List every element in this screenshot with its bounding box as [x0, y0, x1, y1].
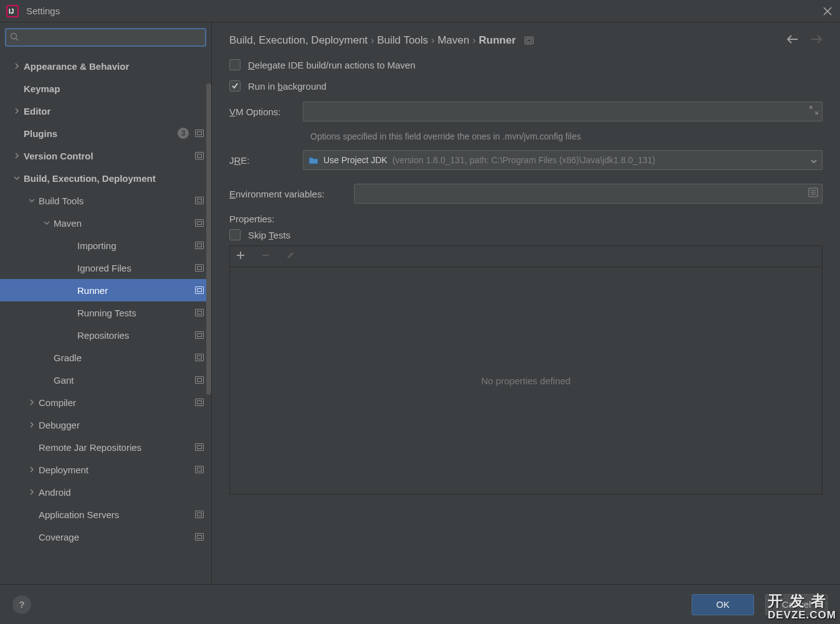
chevron-icon: [27, 399, 36, 405]
background-checkbox[interactable]: [229, 80, 241, 92]
breadcrumb-item[interactable]: Maven: [437, 34, 469, 46]
folder-icon: [308, 156, 318, 164]
scope-icon: [195, 331, 204, 339]
help-button[interactable]: ?: [12, 595, 31, 614]
properties-empty-text: No properties defined: [481, 376, 570, 386]
forward-button[interactable]: [810, 34, 823, 47]
scope-icon: [195, 197, 204, 204]
footer: ? OK Cancel: [0, 584, 840, 624]
sidebar-item-label: Compiler: [39, 397, 193, 408]
sidebar-item-compiler[interactable]: Compiler: [0, 391, 211, 414]
sidebar-item-label: Application Servers: [39, 509, 193, 520]
sidebar-item-android[interactable]: Android: [0, 481, 211, 503]
sidebar-item-label: Importing: [77, 240, 193, 251]
jre-dropdown[interactable]: Use Project JDK (version 1.8.0_131, path…: [303, 150, 823, 170]
scope-icon: [195, 130, 204, 137]
window-title: Settings: [26, 6, 60, 16]
sidebar-item-label: Runner: [77, 285, 193, 296]
sidebar-item-keymap[interactable]: Keymap: [0, 77, 211, 100]
sidebar-item-label: Keymap: [24, 83, 211, 94]
sidebar-item-label: Deployment: [39, 465, 193, 475]
scope-icon: [195, 399, 204, 406]
watermark: 开 发 者 DEVZE.COM: [768, 593, 836, 620]
plugins-count-badge: 3: [178, 128, 189, 139]
svg-text:IJ: IJ: [9, 8, 14, 15]
scope-icon: [195, 466, 204, 473]
list-icon[interactable]: [808, 187, 818, 201]
content-panel: Build, Execution, Deployment › Build Too…: [212, 22, 840, 584]
sidebar-item-maven[interactable]: Maven: [0, 212, 211, 234]
scope-icon: [195, 354, 204, 361]
sidebar-item-build-execution-deployment[interactable]: Build, Execution, Deployment: [0, 167, 211, 189]
sidebar-item-application-servers[interactable]: Application Servers: [0, 503, 211, 526]
sidebar-item-running-tests[interactable]: Running Tests: [0, 301, 211, 324]
breadcrumb-item[interactable]: Build, Execution, Deployment: [229, 34, 368, 46]
chevron-icon: [12, 153, 21, 159]
sidebar-item-runner[interactable]: Runner: [0, 279, 211, 301]
skip-tests-checkbox[interactable]: [229, 229, 241, 240]
scope-icon: [195, 511, 204, 518]
sidebar-item-deployment[interactable]: Deployment: [0, 458, 211, 481]
vm-options-label: VM Options:: [229, 106, 303, 117]
add-icon[interactable]: [236, 250, 245, 263]
sidebar-item-repositories[interactable]: Repositories: [0, 324, 211, 346]
sidebar-item-coverage[interactable]: Coverage: [0, 526, 211, 548]
sidebar-item-label: Debugger: [39, 420, 211, 430]
vm-options-input[interactable]: [303, 102, 823, 121]
ok-button[interactable]: OK: [692, 594, 754, 615]
svg-point-4: [11, 34, 17, 39]
sidebar-item-label: Ignored Files: [77, 263, 193, 273]
chevron-icon: [12, 63, 21, 69]
chevron-icon: [42, 220, 51, 225]
search-input[interactable]: [5, 28, 206, 47]
sidebar-item-build-tools[interactable]: Build Tools: [0, 189, 211, 212]
scope-icon: [195, 219, 204, 227]
scope-icon: [195, 286, 204, 294]
jre-label: JRE:: [229, 155, 303, 166]
sidebar-item-plugins[interactable]: Plugins3: [0, 122, 211, 144]
sidebar-item-label: Version Control: [24, 151, 193, 161]
sidebar-item-appearance-behavior[interactable]: Appearance & Behavior: [0, 55, 211, 77]
vm-options-hint: Options specified in this field override…: [310, 131, 823, 141]
sidebar-item-label: Build Tools: [39, 196, 193, 206]
properties-label: Properties:: [229, 214, 823, 224]
scope-icon: [195, 376, 204, 384]
back-button[interactable]: [786, 34, 799, 47]
title-bar: IJ Settings: [0, 0, 840, 22]
sidebar-item-label: Plugins: [24, 128, 178, 139]
edit-icon[interactable]: [286, 250, 295, 263]
sidebar-item-gant[interactable]: Gant: [0, 369, 211, 391]
jre-detail: (version 1.8.0_131, path: C:\Program Fil…: [393, 155, 656, 165]
expand-icon[interactable]: [809, 106, 818, 116]
sidebar-item-label: Gradle: [54, 352, 193, 363]
sidebar-item-gradle[interactable]: Gradle: [0, 346, 211, 369]
breadcrumb-separator: ›: [368, 34, 377, 46]
sidebar-item-version-control[interactable]: Version Control: [0, 144, 211, 167]
chevron-icon: [27, 466, 36, 473]
background-label: Run in background: [248, 81, 327, 92]
env-vars-input[interactable]: [354, 184, 823, 204]
sidebar-item-label: Android: [39, 487, 211, 498]
sidebar-item-ignored-files[interactable]: Ignored Files: [0, 257, 211, 279]
properties-table[interactable]: No properties defined: [229, 267, 823, 494]
sidebar: Appearance & BehaviorKeymapEditorPlugins…: [0, 22, 212, 584]
close-icon[interactable]: [821, 5, 834, 17]
properties-toolbar: [229, 245, 823, 267]
sidebar-item-importing[interactable]: Importing: [0, 234, 211, 257]
chevron-down-icon: [811, 155, 817, 165]
breadcrumb-item[interactable]: Build Tools: [377, 34, 428, 46]
chevron-icon: [27, 198, 36, 203]
breadcrumb-separator: ›: [428, 34, 437, 46]
delegate-checkbox[interactable]: [229, 59, 241, 70]
scope-icon: [195, 152, 204, 159]
remove-icon[interactable]: [261, 250, 270, 263]
breadcrumb-item: Runner: [479, 34, 516, 46]
sidebar-item-debugger[interactable]: Debugger: [0, 414, 211, 436]
sidebar-item-remote-jar-repositories[interactable]: Remote Jar Repositories: [0, 436, 211, 458]
sidebar-scrollbar[interactable]: [206, 52, 211, 584]
sidebar-item-label: Build, Execution, Deployment: [24, 173, 211, 184]
app-icon: IJ: [6, 5, 19, 17]
scope-icon: [195, 533, 204, 541]
sidebar-item-editor[interactable]: Editor: [0, 100, 211, 122]
scope-icon: [195, 443, 204, 451]
